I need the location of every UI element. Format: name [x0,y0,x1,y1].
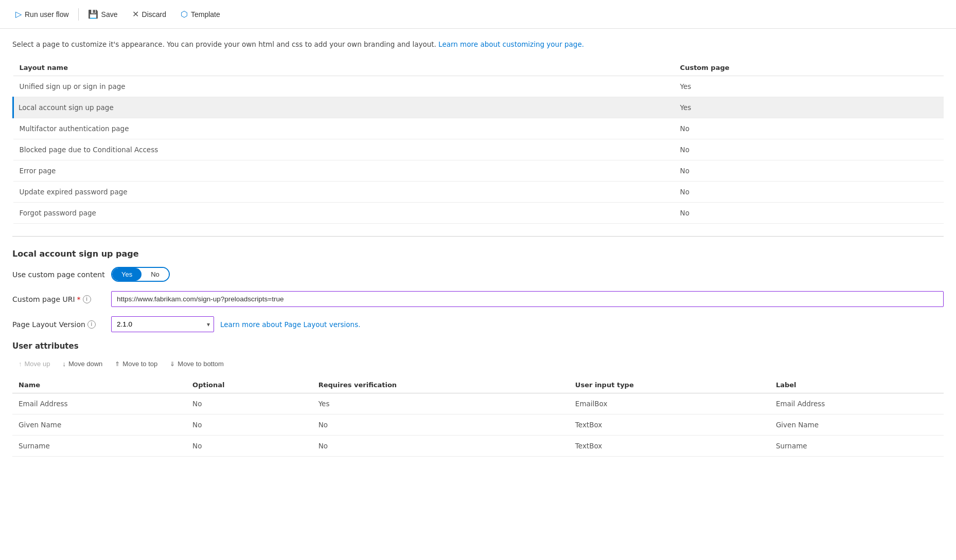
page-layout-version-row: Page Layout Version i 2.1.0 1.2.0 1.1.0 … [12,316,944,332]
layout-table-row[interactable]: Blocked page due to Conditional Access N… [13,139,944,160]
move-down-icon: ↓ [62,360,66,368]
layout-table-row[interactable]: Error page No [13,160,944,182]
move-down-label: Move down [68,360,102,368]
layout-name-cell: Unified sign up or sign in page [13,76,674,97]
custom-uri-info-icon[interactable]: i [83,295,91,303]
toggle-group[interactable]: Yes No [111,267,170,282]
attr-table-row[interactable]: Given Name No No TextBox Given Name [12,414,944,436]
detail-section-title: Local account sign up page [12,249,944,259]
attr-label-cell: Surname [770,436,944,457]
page-layout-version-label: Page Layout Version i [12,320,105,329]
attr-label-cell: Email Address [770,393,944,414]
attributes-table: Name Optional Requires verification User… [12,377,944,457]
layout-table-row[interactable]: Local account sign up page Yes [13,97,944,118]
custom-page-cell: No [674,203,944,224]
custom-page-cell: Yes [674,76,944,97]
custom-page-cell: Yes [674,97,944,118]
toolbar-divider-1 [78,8,79,21]
custom-page-cell: No [674,139,944,160]
discard-icon: ✕ [132,9,139,19]
attr-name-cell: Given Name [12,414,186,436]
layout-name-cell: Forgot password page [13,203,674,224]
attr-user-input-type-cell: EmailBox [569,393,770,414]
attr-optional-cell: No [186,436,312,457]
custom-page-cell: No [674,160,944,182]
custom-page-uri-input[interactable] [111,291,944,307]
template-icon: ⬡ [181,9,188,19]
layout-table-row[interactable]: Forgot password page No [13,203,944,224]
save-icon: 💾 [88,9,98,19]
move-to-top-button[interactable]: ⇑ Move to top [109,357,164,371]
attr-col-optional: Optional [186,377,312,393]
toolbar: ▷ Run user flow 💾 Save ✕ Discard ⬡ Templ… [0,0,956,29]
attr-user-input-type-cell: TextBox [569,414,770,436]
play-icon: ▷ [15,9,22,19]
run-user-flow-label: Run user flow [25,10,69,19]
toggle-yes-button[interactable]: Yes [112,268,141,281]
move-up-button[interactable]: ↑ Move up [12,357,56,371]
move-down-button[interactable]: ↓ Move down [56,357,109,371]
attr-optional-cell: No [186,393,312,414]
detail-section: Local account sign up page Use custom pa… [12,249,944,332]
move-controls: ↑ Move up ↓ Move down ⇑ Move to top ⇓ Mo… [12,357,944,371]
layout-table: Layout name Custom page Unified sign up … [12,60,944,224]
move-up-label: Move up [25,360,50,368]
attr-user-input-type-cell: TextBox [569,436,770,457]
discard-label: Discard [142,10,166,19]
attr-table-row[interactable]: Surname No No TextBox Surname [12,436,944,457]
attr-table-row[interactable]: Email Address No Yes EmailBox Email Addr… [12,393,944,414]
save-label: Save [101,10,118,19]
page-layout-version-select[interactable]: 2.1.0 1.2.0 1.1.0 1.0.0 [111,316,214,332]
template-button[interactable]: ⬡ Template [173,5,227,23]
template-label: Template [191,10,220,19]
layout-table-row[interactable]: Multifactor authentication page No [13,118,944,139]
user-attributes-section: User attributes ↑ Move up ↓ Move down ⇑ … [12,341,944,457]
move-up-icon: ↑ [19,360,22,368]
discard-button[interactable]: ✕ Discard [125,5,173,23]
move-to-top-label: Move to top [122,360,157,368]
use-custom-label: Use custom page content [12,270,105,279]
attr-col-requires-verification: Requires verification [312,377,569,393]
required-indicator: * [77,295,81,303]
attr-col-label: Label [770,377,944,393]
custom-page-uri-label: Custom page URI * i [12,295,105,303]
attr-col-user-input-type: User input type [569,377,770,393]
description-text: Select a page to customize it's appearan… [12,40,436,48]
run-user-flow-button[interactable]: ▷ Run user flow [8,5,76,23]
layout-table-body: Unified sign up or sign in page Yes Loca… [13,76,944,224]
user-attributes-title: User attributes [12,341,944,351]
layout-name-cell: Blocked page due to Conditional Access [13,139,674,160]
layout-name-cell: Update expired password page [13,182,674,203]
layout-name-cell: Error page [13,160,674,182]
layout-version-link[interactable]: Learn more about Page Layout versions. [220,320,360,329]
learn-more-link[interactable]: Learn more about customizing your page. [438,40,584,48]
attr-optional-cell: No [186,414,312,436]
attr-label-cell: Given Name [770,414,944,436]
custom-page-cell: No [674,118,944,139]
attr-name-cell: Email Address [12,393,186,414]
attr-name-cell: Surname [12,436,186,457]
col-header-layout-name: Layout name [13,60,674,76]
main-content: Select a page to customize it's appearan… [0,29,956,467]
attr-requires-verification-cell: No [312,436,569,457]
move-to-bottom-icon: ⇓ [170,360,175,368]
attr-requires-verification-cell: No [312,414,569,436]
attr-table-body: Email Address No Yes EmailBox Email Addr… [12,393,944,457]
section-divider [12,236,944,237]
attr-requires-verification-cell: Yes [312,393,569,414]
layout-name-cell: Multifactor authentication page [13,118,674,139]
col-header-custom-page: Custom page [674,60,944,76]
move-to-bottom-button[interactable]: ⇓ Move to bottom [164,357,230,371]
layout-version-info-icon[interactable]: i [87,320,96,329]
attr-col-name: Name [12,377,186,393]
layout-table-row[interactable]: Update expired password page No [13,182,944,203]
save-button[interactable]: 💾 Save [81,5,125,23]
custom-page-cell: No [674,182,944,203]
page-layout-version-select-wrapper: 2.1.0 1.2.0 1.1.0 1.0.0 ▾ [111,316,214,332]
toggle-no-button[interactable]: No [141,268,169,281]
layout-table-row[interactable]: Unified sign up or sign in page Yes [13,76,944,97]
custom-page-uri-row: Custom page URI * i [12,291,944,307]
move-to-top-icon: ⇑ [115,360,120,368]
move-to-bottom-label: Move to bottom [178,360,224,368]
custom-page-content-row: Use custom page content Yes No [12,267,944,282]
